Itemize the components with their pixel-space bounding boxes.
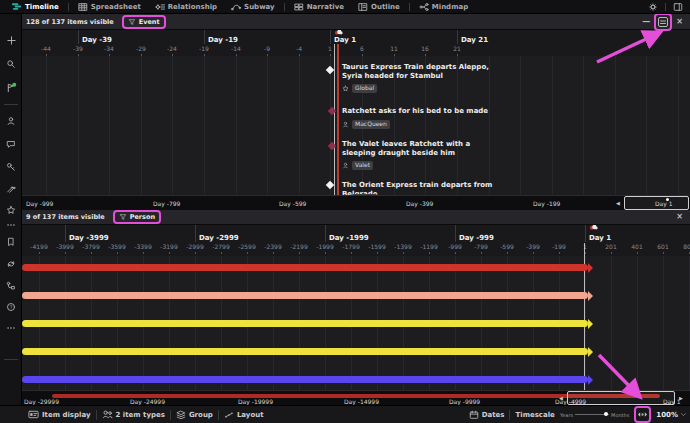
layout-button[interactable]: Layout <box>224 410 264 420</box>
settings-button[interactable] <box>647 1 659 13</box>
sidebar-props-button[interactable] <box>0 181 22 197</box>
collapse-panel-button[interactable]: — <box>641 17 651 27</box>
axis-tick-label: 16 <box>412 45 438 52</box>
tab-timeline[interactable]: Timeline <box>4 0 66 13</box>
top-panel-controls: — × <box>641 13 686 31</box>
axis-tick-mark <box>143 252 144 254</box>
tab-outline[interactable]: Outline <box>351 0 407 13</box>
scroll-left-arrow[interactable]: ◀ <box>616 200 620 206</box>
minimap-day-label: Day -199 <box>533 200 560 207</box>
timescale-slider[interactable]: Years Months <box>560 412 629 418</box>
subway-icon <box>231 2 241 12</box>
axis-tick-label: -3199 <box>156 243 182 250</box>
status-bar: Item display2 item typesGroupLayout Date… <box>0 405 690 423</box>
tab-label: Outline <box>371 3 400 11</box>
star-icon <box>6 205 16 215</box>
dates-button[interactable]: Dates <box>469 410 505 420</box>
tag-badge: Valet <box>352 161 373 170</box>
sidebar-bookmarks-button[interactable] <box>0 234 22 250</box>
group-button[interactable]: Group <box>176 410 213 420</box>
axis-tick-mark <box>204 54 205 56</box>
slider-thumb[interactable] <box>604 412 608 416</box>
sidebar-favorites-button[interactable] <box>0 202 22 218</box>
person-lifespan-bar[interactable] <box>22 376 588 383</box>
axis-tick-mark <box>362 54 363 56</box>
axis-tick-mark <box>117 252 118 254</box>
axis-tick-label: -1599 <box>364 243 390 250</box>
chevron-down-icon <box>680 411 687 418</box>
sidebar-more-top-button[interactable] <box>0 217 22 233</box>
close-panel-button[interactable]: × <box>675 17 684 27</box>
tab-relationship[interactable]: Relationship <box>148 0 224 13</box>
person-lifespan-bar[interactable] <box>22 320 588 327</box>
axis-tick-label: -2999 <box>182 243 208 250</box>
divider <box>4 104 18 105</box>
split-view-button[interactable] <box>654 13 672 31</box>
person-lifespan-bar[interactable] <box>22 292 588 299</box>
sidebar-add-button[interactable] <box>0 32 22 48</box>
tab-spreadsheet[interactable]: Spreadsheet <box>71 0 148 13</box>
minimap-day-label: Day -799 <box>153 200 180 207</box>
item-display-button[interactable]: Item display <box>28 409 91 420</box>
axis-day-label: Day -999 <box>455 225 494 242</box>
people-icon <box>102 409 113 420</box>
person-filter-chip[interactable]: Person <box>113 210 161 224</box>
top-minimap-viewport[interactable] <box>624 196 689 210</box>
person-icon <box>342 121 349 128</box>
panel-toggle-button[interactable] <box>672 1 684 13</box>
axis-tick-mark <box>247 252 248 254</box>
tag-badge: Global <box>352 84 377 93</box>
sidebar-flow-button[interactable] <box>0 278 22 294</box>
axis-tick-mark <box>236 54 237 56</box>
divider <box>68 3 69 11</box>
spreadsheet-icon <box>78 2 88 12</box>
tab-narrative[interactable]: Narrative <box>287 0 351 13</box>
axis-tick-label: 201 <box>598 243 624 250</box>
layout-icon <box>224 410 234 420</box>
current-date-line <box>337 44 339 56</box>
scroll-left-arrow[interactable]: ◀ <box>559 395 563 401</box>
item-types-button[interactable]: 2 item types <box>102 409 165 420</box>
status-bar-right: Dates Timescale Years Months 100% <box>469 406 687 423</box>
slider-track[interactable] <box>575 414 609 415</box>
top-timeline-scrollbar[interactable]: Day -999Day -799Day -599Day -399Day -199… <box>22 195 690 210</box>
zoom-control[interactable]: 100% <box>656 411 687 419</box>
tab-label: Spreadsheet <box>91 3 141 11</box>
gridline <box>611 256 612 390</box>
gridline <box>520 56 521 195</box>
axis-tick-label: -2799 <box>208 243 234 250</box>
bottom-minimap-viewport[interactable] <box>567 391 675 405</box>
sidebar-keys-button[interactable] <box>0 159 22 175</box>
event-filter-chip[interactable]: Event <box>122 15 166 29</box>
route-icon <box>6 281 16 291</box>
tab-mindmap[interactable]: Mindmap <box>412 0 475 13</box>
app-window: TimelineSpreadsheetRelationshipSubwayNar… <box>0 0 690 423</box>
axis-day-label: Day -1999 <box>325 225 369 242</box>
bottom-panel-header: 9 of 137 items visible Person × <box>22 210 690 225</box>
axis-tick-label: -999 <box>442 243 468 250</box>
sidebar-help-button[interactable]: ? <box>0 299 22 315</box>
sidebar-sync-button[interactable] <box>0 256 22 272</box>
gridline <box>663 256 664 390</box>
person-lifespan-bar[interactable] <box>22 348 588 355</box>
scroll-right-arrow[interactable]: ▶ <box>679 395 683 401</box>
axis-tick-label: 601 <box>650 243 676 250</box>
close-panel-button[interactable]: × <box>675 212 684 222</box>
sidebar-more-bottom-button[interactable] <box>0 320 22 336</box>
gridline <box>637 256 638 390</box>
status-item-label: Group <box>189 411 213 419</box>
bottom-timeline-scrollbar[interactable]: Day -29999Day -24999Day -19999Day -14999… <box>22 390 690 405</box>
sidebar-people-button[interactable] <box>0 113 22 129</box>
axis-day-label: Day -39 <box>78 30 112 44</box>
sidebar-search-button[interactable] <box>0 56 22 72</box>
tab-subway[interactable]: Subway <box>224 0 282 13</box>
bar-arrow-end <box>588 291 593 301</box>
axis-tick-mark <box>39 252 40 254</box>
sidebar-comments-button[interactable] <box>0 136 22 152</box>
axis-tick-mark <box>267 54 268 56</box>
fit-timescale-button[interactable] <box>634 406 651 423</box>
axis-tick-mark <box>325 252 326 254</box>
axis-tick-label: -39 <box>65 45 91 52</box>
person-lifespan-bar[interactable] <box>22 264 588 271</box>
sidebar-filter-button[interactable] <box>0 79 22 95</box>
